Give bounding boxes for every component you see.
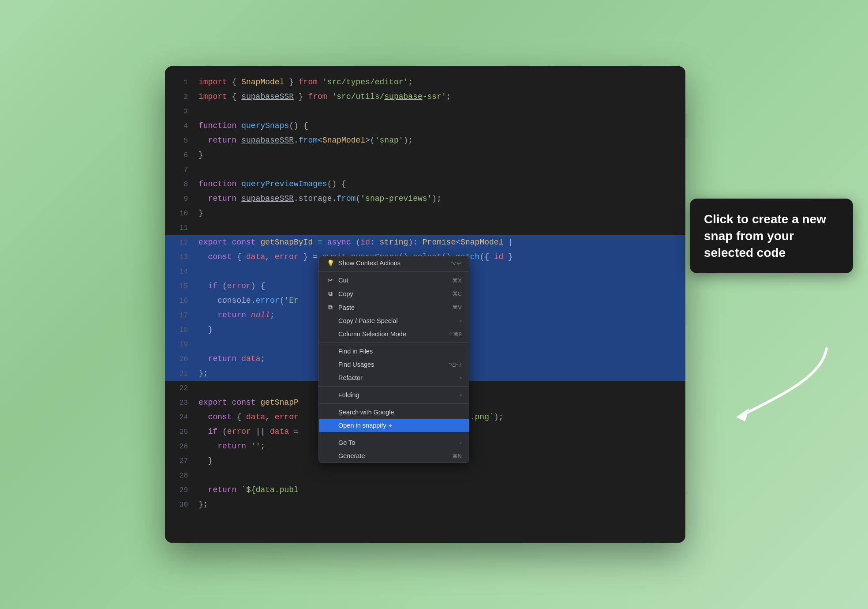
menu-item-label: Copy / Paste Special [338, 317, 456, 324]
menu-item-shortcut: ⌥F7 [449, 361, 462, 368]
submenu-arrow-icon: › [460, 392, 462, 398]
callout-arrow [699, 340, 840, 437]
menu-item-label: Paste [338, 304, 445, 311]
menu-item-copy[interactable]: ⧉ Copy ⌘C [319, 287, 469, 301]
snappify-star-icon: ✦ [388, 422, 393, 429]
menu-item-open-snappify-label: Open in snappify ✦ [338, 422, 462, 429]
editor-window: 1 import { SnapModel } from 'src/types/e… [165, 66, 685, 543]
menu-item-shortcut: ⌘N [452, 453, 462, 459]
menu-item-shortcut: ⌥↩ [450, 260, 462, 267]
menu-item-shortcut: ⌘X [452, 277, 462, 284]
menu-separator-1 [319, 271, 469, 272]
submenu-arrow-icon: › [460, 375, 462, 381]
copy-icon: ⧉ [326, 290, 335, 297]
svg-marker-0 [736, 408, 749, 421]
code-line-1: 1 import { SnapModel } from 'src/types/e… [165, 75, 685, 90]
submenu-arrow-icon: › [460, 318, 462, 324]
menu-item-refactor[interactable]: Refactor › [319, 371, 469, 384]
menu-item-label: Cut [338, 277, 445, 284]
bulb-icon: 💡 [326, 259, 335, 267]
menu-item-label: Copy [338, 290, 445, 297]
code-line-9: 9 return supabaseSSR.storage.from('snap-… [165, 192, 685, 206]
code-line-28: 28 [165, 468, 685, 483]
submenu-arrow-icon: › [460, 440, 462, 446]
code-line-2: 2 import { supabaseSSR } from 'src/utils… [165, 90, 685, 104]
menu-item-context-actions[interactable]: 💡 Show Context Actions ⌥↩ [319, 256, 469, 270]
menu-item-copy-paste-special[interactable]: Copy / Paste Special › [319, 314, 469, 327]
code-line-4: 4 function querySnaps() { [165, 119, 685, 133]
menu-item-folding[interactable]: Folding › [319, 388, 469, 402]
menu-item-shortcut: ⇧⌘8 [448, 331, 462, 338]
menu-separator-3 [319, 386, 469, 387]
code-line-7: 7 [165, 162, 685, 177]
menu-separator-2 [319, 342, 469, 343]
menu-item-label: Column Selection Mode [338, 331, 441, 338]
menu-item-paste[interactable]: ⧉ Paste ⌘V [319, 301, 469, 314]
code-line-12: 12 export const getSnapById = async (id:… [165, 235, 685, 250]
menu-item-shortcut: ⌘V [452, 304, 462, 311]
menu-item-shortcut: ⌘C [452, 290, 462, 297]
code-line-8: 8 function queryPreviewImages() { [165, 177, 685, 192]
menu-item-label: Refactor [338, 374, 456, 381]
code-line-30: 30 }; [165, 497, 685, 512]
menu-separator-4 [319, 403, 469, 404]
menu-item-label: Show Context Actions [338, 259, 443, 267]
code-line-29: 29 return `${data.publ [165, 483, 685, 497]
context-menu[interactable]: 💡 Show Context Actions ⌥↩ ✂ Cut ⌘X ⧉ Cop… [318, 256, 469, 463]
menu-separator-5 [319, 434, 469, 434]
menu-item-goto[interactable]: Go To › [319, 436, 469, 449]
menu-item-column-selection[interactable]: Column Selection Mode ⇧⌘8 [319, 327, 469, 341]
screenshot-container: 1 import { SnapModel } from 'src/types/e… [130, 49, 738, 560]
menu-item-label: Go To [338, 439, 456, 446]
menu-item-label: Generate [338, 452, 445, 459]
code-line-10: 10 } [165, 206, 685, 221]
menu-item-label: Find in Files [338, 348, 462, 355]
menu-item-label: Folding [338, 391, 456, 398]
menu-item-open-snappify[interactable]: Open in snappify ✦ [319, 419, 469, 432]
menu-item-search-google[interactable]: Search with Google [319, 406, 469, 419]
code-line-6: 6 } [165, 148, 685, 162]
cut-icon: ✂ [326, 277, 335, 284]
code-line-5: 5 return supabaseSSR.from<SnapModel>('sn… [165, 133, 685, 148]
code-line-3: 3 [165, 104, 685, 119]
callout-text: Click to create a new snap from your sel… [704, 212, 826, 259]
paste-icon: ⧉ [326, 304, 335, 311]
menu-item-find-files[interactable]: Find in Files [319, 345, 469, 358]
code-line-11: 11 [165, 221, 685, 235]
menu-item-label: Search with Google [338, 409, 462, 416]
menu-item-generate[interactable]: Generate ⌘N [319, 449, 469, 462]
menu-item-find-usages[interactable]: Find Usages ⌥F7 [319, 358, 469, 371]
menu-item-cut[interactable]: ✂ Cut ⌘X [319, 274, 469, 287]
callout-tooltip: Click to create a new snap from your sel… [690, 199, 853, 273]
menu-item-label: Find Usages [338, 361, 441, 368]
